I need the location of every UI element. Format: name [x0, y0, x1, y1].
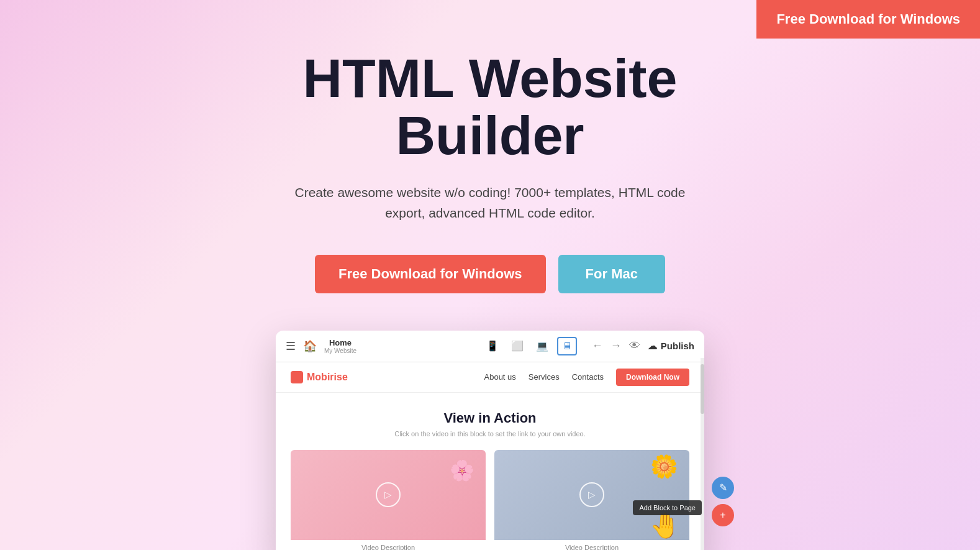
video-card-1: 🌸 ▷ Video Description — [291, 450, 486, 550]
nav-link-contacts[interactable]: Contacts — [572, 372, 604, 382]
edit-icon: ✎ — [719, 482, 727, 493]
publish-label: Publish — [661, 341, 694, 351]
scrollbar[interactable] — [701, 358, 704, 550]
toolbar-actions: ← → 👁 ☁ Publish — [592, 339, 694, 352]
video-grid: 🌸 ▷ Video Description 🌼 🤚 — [291, 450, 689, 550]
add-block-button[interactable]: + — [712, 504, 734, 526]
home-page-sub: My Website — [324, 347, 356, 354]
scrollbar-thumb — [701, 364, 704, 414]
hero-title: HTML Website Builder — [211, 50, 769, 165]
home-page-name: Home — [324, 338, 356, 347]
top-download-button[interactable]: Free Download for Windows — [756, 0, 980, 39]
app-toolbar: ☰ 🏠 Home My Website 📱 ⬜ 💻 🖥 ← → 👁 — [276, 331, 704, 362]
inner-download-button[interactable]: Download Now — [616, 369, 689, 386]
app-preview-wrapper: ☰ 🏠 Home My Website 📱 ⬜ 💻 🖥 ← → 👁 — [276, 331, 704, 550]
tablet-icon[interactable]: ⬜ — [507, 337, 527, 354]
flower-decoration-1: 🌸 — [450, 459, 474, 482]
inner-logo: Mobirise — [291, 371, 348, 383]
video-label-2: Video Description — [494, 544, 689, 550]
publish-cloud-icon: ☁ — [648, 341, 657, 352]
desktop-icon[interactable]: 🖥 — [557, 337, 577, 355]
download-windows-button[interactable]: Free Download for Windows — [315, 255, 546, 293]
app-preview-window: ☰ 🏠 Home My Website 📱 ⬜ 💻 🖥 ← → 👁 — [276, 331, 704, 550]
back-icon[interactable]: ← — [592, 339, 603, 352]
play-icon-2: ▷ — [588, 489, 596, 500]
mobile-icon[interactable]: 📱 — [483, 337, 502, 354]
inner-nav-links: About us Services Contacts Download Now — [484, 369, 690, 386]
hero-subtitle: Create awesome website w/o coding! 7000+… — [279, 182, 701, 224]
forward-icon[interactable]: → — [610, 339, 622, 352]
video-section-title: View in Action — [291, 410, 689, 426]
hand-decoration: 🤚 — [650, 511, 681, 540]
nav-link-services[interactable]: Services — [529, 372, 560, 382]
hero-section: HTML Website Builder Create awesome webs… — [0, 0, 980, 550]
play-button-2[interactable]: ▷ — [579, 482, 604, 507]
flower-decoration-2: 🌼 — [650, 454, 678, 480]
home-icon: 🏠 — [303, 339, 317, 353]
play-icon-1: ▷ — [384, 489, 392, 500]
device-icons: 📱 ⬜ 💻 🖥 — [483, 337, 577, 355]
cta-button-group: Free Download for Windows For Mac — [315, 255, 665, 293]
laptop-icon[interactable]: 💻 — [532, 337, 552, 354]
publish-button[interactable]: ☁ Publish — [648, 341, 694, 352]
preview-icon[interactable]: 👁 — [629, 339, 640, 352]
side-action-buttons: ✎ Add Block to Page + — [712, 477, 734, 526]
play-button-1[interactable]: ▷ — [376, 482, 401, 507]
home-info: Home My Website — [324, 338, 356, 354]
add-block-tooltip: Add Block to Page — [633, 500, 702, 515]
inner-website-nav: Mobirise About us Services Contacts Down… — [276, 362, 704, 393]
video-label-1: Video Description — [291, 544, 486, 550]
add-block-container: Add Block to Page + — [712, 504, 734, 526]
menu-icon[interactable]: ☰ — [286, 339, 296, 353]
inner-logo-text: Mobirise — [307, 372, 348, 383]
inner-content: View in Action Click on the video in thi… — [276, 393, 704, 550]
inner-logo-icon — [291, 371, 303, 383]
add-icon: + — [720, 510, 725, 521]
video-section-subtitle: Click on the video in this block to set … — [291, 430, 689, 438]
video-thumbnail-2[interactable]: 🌼 🤚 ▷ — [494, 450, 689, 540]
download-mac-button[interactable]: For Mac — [558, 255, 665, 293]
nav-link-about[interactable]: About us — [484, 372, 516, 382]
edit-side-button[interactable]: ✎ — [712, 477, 734, 499]
video-thumbnail-1[interactable]: 🌸 ▷ — [291, 450, 486, 540]
